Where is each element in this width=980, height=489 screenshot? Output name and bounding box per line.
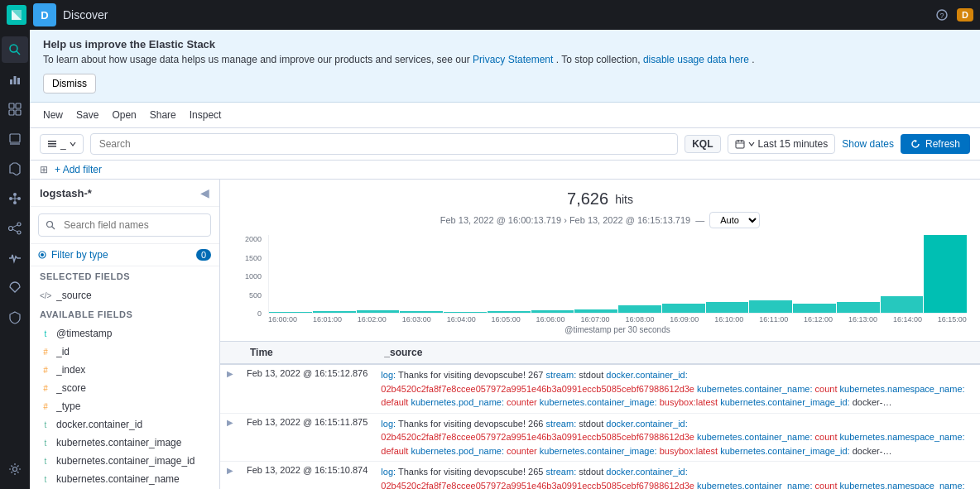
field-item-index[interactable]: # _index [30,361,219,379]
histogram-bar-0[interactable] [269,312,312,313]
svg-point-15 [13,193,17,196]
sidebar-item-maps[interactable] [2,156,28,182]
svg-marker-13 [10,163,20,175]
field-search-icon [46,220,55,230]
dismiss-button[interactable]: Dismiss [43,74,96,93]
field-item-source[interactable]: </> _source [30,286,219,304]
chart-header: 7,626 hits [233,189,967,209]
hits-label: hits [615,193,633,206]
kibana-logo[interactable] [7,5,26,25]
add-filter-button[interactable]: + Add filter [55,164,102,175]
sidebar-item-uptime[interactable] [2,275,28,301]
x-label-1605: 16:05:00 [492,315,521,324]
histogram-bar-13[interactable] [837,302,880,313]
histogram-bar-8[interactable] [618,305,661,313]
svg-rect-11 [10,134,20,142]
x-label-1607: 16:07:00 [580,315,609,324]
index-pattern-name: logstash-* [40,187,92,199]
sidebar-item-visualize[interactable] [2,66,28,93]
histogram-bar-9[interactable] [662,304,705,313]
sidebar-item-dashboard[interactable] [2,96,28,122]
filter-by-type-icon [38,251,46,259]
field-item-container-id[interactable]: t docker.container_id [30,415,219,434]
save-button[interactable]: Save [73,108,102,122]
row-1-source: log: Thanks for visiting devopscube! 267… [374,364,980,413]
help-button[interactable]: ? [930,3,954,26]
page-title: Discover [63,8,108,22]
histogram-bar-2[interactable] [357,310,400,313]
right-panel: 7,626 hits Feb 13, 2022 @ 16:00:13.719 ›… [220,180,980,489]
date-range-label: Last 15 minutes [758,138,829,150]
histogram-bar-15[interactable] [924,235,967,313]
chart-time-range: Feb 13, 2022 @ 16:00:13.719 › Feb 13, 20… [233,212,967,228]
histogram-bar-3[interactable] [400,311,443,313]
filter-by-type-label: Filter by type [51,249,108,261]
inspect-button[interactable]: Inspect [186,108,225,122]
sidebar-item-settings[interactable] [2,456,28,482]
field-item-container-name[interactable]: t kubernetes.container_name [30,470,219,488]
auto-interval-select[interactable]: Auto 30s 1m 5m [709,212,760,228]
row-2-source: log: Thanks for visiting devopscube! 266… [374,413,980,462]
col-header-time[interactable]: Time [240,342,374,364]
svg-point-16 [17,197,21,200]
histogram-bar-14[interactable] [881,296,924,313]
svg-rect-9 [9,110,14,115]
show-dates-button[interactable]: Show dates [842,138,894,150]
field-item-container-image-id[interactable]: t kubernetes.container_image_id [30,452,219,470]
results-area[interactable]: Time _source ▶ Feb 13, 2022 @ 16:15:12.8… [220,342,980,489]
sidebar-item-canvas[interactable] [2,126,28,152]
privacy-statement-link[interactable]: Privacy Statement [473,54,553,65]
x-label-1606: 16:06:00 [536,315,565,324]
table-row: ▶ Feb 13, 2022 @ 16:15:12.876 log: Thank… [220,364,980,413]
histogram-bar-12[interactable] [793,304,836,313]
app-icon: D [33,3,56,26]
sidebar-item-security[interactable] [2,304,28,331]
field-item-type[interactable]: # _type [30,397,219,415]
sidebar-item-discover[interactable] [2,36,28,63]
date-picker[interactable]: Last 15 minutes [728,134,836,154]
share-button[interactable]: Share [147,108,180,122]
field-type-number-icon-id: # [40,348,51,357]
sidebar-item-ml[interactable] [2,185,28,212]
expand-row-1-button[interactable]: ▶ [227,369,233,378]
field-name-container-image-id: kubernetes.container_image_id [56,455,195,467]
sidebar-item-apm[interactable] [2,245,28,271]
histogram-bar-5[interactable] [488,311,531,313]
field-item-timestamp[interactable]: t @timestamp [30,324,219,343]
filter-by-type-row[interactable]: Filter by type 0 [30,244,219,266]
disable-data-link[interactable]: disable usage data here [643,54,749,65]
svg-point-20 [9,227,13,231]
histogram-bar-7[interactable] [574,309,617,313]
user-avatar[interactable]: D [957,8,973,22]
field-item-id[interactable]: # _id [30,343,219,361]
field-item-score[interactable]: # _score [30,379,219,397]
bars-area [268,235,967,314]
data-view-selector[interactable]: _ [40,134,84,154]
histogram-bar-6[interactable] [531,310,574,313]
sidebar-item-graph[interactable] [2,215,28,242]
svg-rect-10 [16,110,21,115]
svg-line-23 [12,225,17,228]
kql-badge[interactable]: KQL [685,135,720,153]
svg-line-24 [12,229,17,232]
histogram-bar-1[interactable] [313,311,356,313]
new-button[interactable]: New [40,108,66,122]
table-row: ▶ Feb 13, 2022 @ 16:15:10.874 log: Thank… [220,462,980,490]
field-name-id: _id [56,346,70,357]
results-table: Time _source ▶ Feb 13, 2022 @ 16:15:12.8… [220,342,980,489]
row-2-time: Feb 13, 2022 @ 16:15:11.875 [240,413,374,462]
field-search-input[interactable] [60,218,204,232]
expand-row-3-button[interactable]: ▶ [227,466,233,475]
histogram-bar-10[interactable] [706,302,749,313]
col-header-source[interactable]: _source [374,342,980,364]
field-type-number-icon-score: # [40,384,51,393]
expand-row-2-button[interactable]: ▶ [227,418,233,427]
field-item-container-image[interactable]: t kubernetes.container_image [30,434,219,452]
refresh-button[interactable]: Refresh [901,134,970,154]
content-area: logstash-* ◀ Filter by type 0 Selected f… [30,180,980,489]
histogram-bar-4[interactable] [444,312,487,313]
collapse-button[interactable]: ◀ [200,186,209,199]
open-button[interactable]: Open [108,108,139,122]
search-input[interactable] [99,138,670,150]
histogram-bar-11[interactable] [749,300,792,313]
